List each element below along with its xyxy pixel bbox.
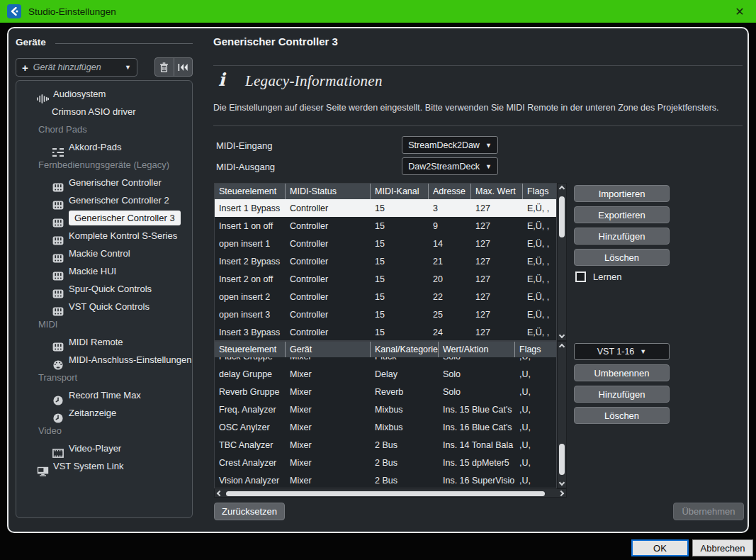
tree-item-spur-quick-controls[interactable]: Spur-Quick Controls: [16, 280, 192, 298]
tree-item-midi-anschluss-einstellungen[interactable]: MIDI-Anschluss-Einstellungen: [16, 351, 192, 369]
tree-item-midi-remote[interactable]: MIDI Remote: [16, 333, 192, 351]
table-cell: OSC Anylzer: [215, 418, 286, 436]
table-header-row: SteuerelementMIDI-StatusMIDI-KanalAdress…: [215, 184, 556, 199]
plus-icon: +: [22, 62, 28, 74]
vertical-scrollbar[interactable]: [557, 341, 567, 488]
tree-item-akkord-pads[interactable]: Akkord-Pads: [16, 138, 192, 156]
scrollbar-thumb[interactable]: [226, 491, 545, 496]
table-cell: 9: [429, 217, 471, 235]
tree-item-label: Generischer Controller 3: [69, 211, 181, 225]
vertical-scrollbar[interactable]: [557, 183, 567, 341]
table-body: Insert 1 BypassController153127E,Ü, ,Ins…: [215, 199, 556, 341]
tree-item-crimson-asio-driver[interactable]: Crimson ASIO driver: [16, 103, 192, 121]
tree-item-audiosystem[interactable]: Audiosystem: [16, 85, 192, 103]
table-cell: 15: [371, 270, 429, 288]
midi-output-select[interactable]: Daw2StreamDeck ▼: [402, 157, 498, 175]
learn-row: Lernen: [575, 271, 621, 282]
tree-item-video-player[interactable]: Video-Player: [16, 439, 192, 457]
tree-item-vst-system-link[interactable]: VST System Link: [16, 457, 192, 475]
scroll-left-arrow[interactable]: [217, 491, 222, 496]
delete-device-button[interactable]: [155, 58, 174, 76]
tree-item-mackie-hui[interactable]: Mackie HUI: [16, 262, 192, 280]
cancel-button[interactable]: Abbrechen: [692, 539, 753, 556]
table-row[interactable]: OSC AnylzerMixerMixbusIns. 16 Blue Cat's…: [215, 418, 556, 436]
tree-item-generischer-controller[interactable]: Generischer Controller: [16, 174, 192, 191]
table-row[interactable]: open insert 1Controller1514127E,Ü, ,: [215, 235, 556, 252]
table-row[interactable]: Insert 2 on offController1520127E,Ü, ,: [215, 270, 556, 288]
table-cell: Reverb: [371, 383, 439, 401]
tree-item-record-time-max[interactable]: Record Time Max: [16, 386, 192, 404]
scrollbar-thumb[interactable]: [559, 196, 565, 237]
tree-item-generischer-controller-2[interactable]: Generischer Controller 2: [16, 191, 192, 209]
table-row[interactable]: Vision AnalyzerMixer2 BusIns. 16 SuperVi…: [215, 471, 556, 488]
table-body: Pluck GruppeMixerPluckSolo,U,delay Grupp…: [215, 357, 556, 488]
apply-button: Übernehmen: [673, 503, 744, 520]
tree-item-label: Zeitanzeige: [69, 408, 116, 418]
table-cell: Solo: [439, 365, 515, 383]
scroll-up-arrow[interactable]: [559, 186, 565, 191]
table-row[interactable]: Crest AnalyzerMixer2 BusIns. 15 dpMeter5…: [215, 454, 556, 471]
tree-item-generischer-controller-3[interactable]: Generischer Controller 3: [16, 209, 192, 227]
table-row[interactable]: Insert 2 BypassController1521127E,Ü, ,: [215, 252, 556, 270]
table-row[interactable]: TBC AnalyzerMixer2 BusIns. 14 Tonal Bala…: [215, 436, 556, 454]
delete-control-button[interactable]: Löschen: [574, 249, 670, 266]
table-cell: Solo: [439, 383, 515, 401]
rename-button[interactable]: Umbenennen: [574, 364, 670, 381]
table-cell: Insert 2 Bypass: [215, 252, 286, 270]
column-header: Max. Wert: [471, 184, 523, 199]
bank-select[interactable]: VST 1-16 ▼: [574, 343, 670, 360]
learn-checkbox[interactable]: [575, 271, 586, 282]
table-row[interactable]: open insert 3Controller1525127E,Ü, ,: [215, 306, 556, 323]
scroll-down-arrow[interactable]: [559, 480, 565, 486]
tree-item-mackie-control[interactable]: Mackie Control: [16, 245, 192, 262]
add-control-button[interactable]: Hinzufügen: [574, 228, 670, 245]
table-row[interactable]: delay GruppeMixerDelaySolo,U,: [215, 365, 556, 383]
table-cell: Insert 2 on off: [215, 270, 286, 288]
scroll-up-arrow[interactable]: [559, 344, 565, 349]
midi-output-label: MIDI-Ausgang: [216, 162, 275, 172]
ok-button[interactable]: OK: [631, 539, 689, 556]
export-button[interactable]: Exportieren: [574, 206, 670, 223]
table-row[interactable]: Insert 1 BypassController153127E,Ü, ,: [215, 199, 556, 217]
tree-item-vst-quick-controls[interactable]: VST Quick Controls: [16, 298, 192, 315]
column-header: Adresse: [429, 184, 471, 199]
table-cell: E,Ü, ,: [523, 217, 556, 235]
horizontal-scrollbar[interactable]: [214, 488, 567, 498]
scrollbar-thumb[interactable]: [559, 444, 565, 475]
table-row[interactable]: Insert 3 BypassController1524127E,Ü, ,: [215, 323, 556, 341]
table-row[interactable]: Reverb GruppeMixerReverbSolo,U,: [215, 383, 556, 401]
midi-input-select[interactable]: StreamDeck2Daw ▼: [402, 136, 498, 154]
tree-item-zeitanzeige[interactable]: Zeitanzeige: [16, 404, 192, 422]
table-cell: open insert 3: [215, 306, 286, 323]
table-row[interactable]: Freq. AnalyzerMixerMixbusIns. 15 Blue Ca…: [215, 401, 556, 418]
tree-category-label: Transport: [38, 372, 77, 383]
scroll-right-arrow[interactable]: [558, 491, 564, 496]
table-row[interactable]: Insert 1 on offController159127E,Ü, ,: [215, 217, 556, 235]
tree-item-label: Spur-Quick Controls: [69, 284, 152, 294]
table-cell: TBC Analyzer: [215, 436, 286, 454]
chevron-down-icon: ▼: [485, 163, 492, 170]
bank-value: VST 1-16: [597, 347, 635, 357]
scroll-down-arrow[interactable]: [559, 332, 565, 338]
table-cell: 21: [429, 252, 471, 270]
delete-bank-item-button[interactable]: Löschen: [574, 407, 670, 424]
page-title: Generischer Controller 3: [213, 35, 338, 47]
import-button[interactable]: Importieren: [574, 185, 670, 202]
table-cell: Insert 3 Bypass: [215, 323, 286, 341]
device-tree: AudiosystemCrimson ASIO driverChord Pads…: [16, 80, 193, 518]
table-cell: 127: [471, 288, 523, 306]
reset-button[interactable]: Zurücksetzen: [214, 503, 285, 520]
table-row[interactable]: open insert 2Controller1522127E,Ü, ,: [215, 288, 556, 306]
table-cell: E,Ü, ,: [523, 199, 556, 217]
table-cell: Ins. 14 Tonal Bala: [439, 436, 515, 454]
add-bank-item-button[interactable]: Hinzufügen: [574, 386, 670, 403]
table-cell: 2 Bus: [371, 454, 439, 471]
table-cell: Mixbus: [371, 418, 439, 436]
close-button[interactable]: ✕: [728, 0, 752, 23]
tree-item-komplete-kontrol-s-series[interactable]: Komplete Kontrol S-Series: [16, 227, 192, 245]
tree-category-label: MIDI: [38, 319, 57, 330]
collapse-tree-button[interactable]: [174, 58, 193, 76]
table-row[interactable]: Pluck GruppeMixerPluckSolo,U,: [215, 357, 556, 365]
add-device-dropdown[interactable]: + Gerät hinzufügen ▼: [16, 58, 137, 77]
table-cell: Delay: [371, 365, 439, 383]
